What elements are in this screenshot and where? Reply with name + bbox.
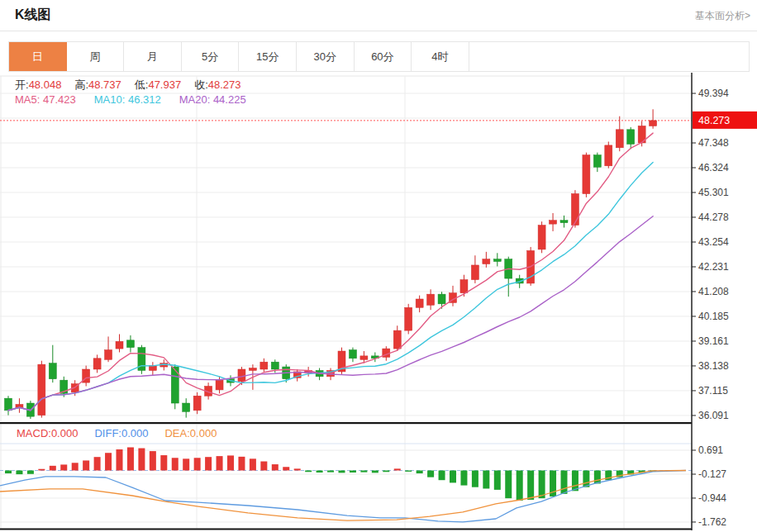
tab-period-1[interactable]: 周	[67, 42, 125, 71]
svg-text:42.231: 42.231	[698, 261, 729, 273]
svg-text:45.301: 45.301	[698, 187, 729, 198]
svg-text:43.254: 43.254	[698, 236, 729, 248]
macd-info-row: MACD:0.000DIFF:0.000DEA:0.000	[17, 427, 233, 439]
svg-text:-0.127: -0.127	[698, 468, 726, 480]
svg-text:46.324: 46.324	[698, 162, 729, 173]
svg-text:41.208: 41.208	[698, 286, 729, 297]
ohlc-row-item: 收:48.273	[194, 78, 240, 91]
ma-row-item: MA20: 44.225	[179, 93, 246, 106]
tab-period-7[interactable]: 4时	[412, 42, 469, 71]
ma-info-row: MA5: 47.423MA10: 46.312MA20: 44.225	[15, 93, 264, 106]
fundamental-analysis-link[interactable]: 基本面分析>	[695, 9, 750, 23]
ma-row-item: MA10: 46.312	[94, 93, 161, 106]
ohlc-row-item: 开:48.048	[15, 78, 61, 91]
tab-period-3[interactable]: 5分	[182, 42, 240, 71]
svg-text:39.161: 39.161	[698, 335, 729, 347]
macd-row-item: DIFF:0.000	[94, 427, 148, 439]
tab-period-0[interactable]: 日	[9, 42, 67, 71]
svg-text:48.273: 48.273	[698, 115, 730, 126]
kline-chart-page: 49.39447.34846.32445.30144.27843.25442.2…	[0, 0, 757, 532]
tab-period-6[interactable]: 60分	[355, 42, 412, 71]
tab-period-5[interactable]: 30分	[297, 42, 355, 71]
svg-text:40.185: 40.185	[698, 311, 729, 322]
ohlc-row-item: 低:47.937	[135, 78, 181, 91]
svg-text:36.091: 36.091	[698, 410, 729, 421]
ma-row-item: MA5: 47.423	[15, 93, 76, 106]
page-title: K线图	[15, 7, 51, 24]
tab-period-4[interactable]: 15分	[239, 42, 297, 71]
svg-text:38.138: 38.138	[698, 360, 729, 372]
ohlc-row-item: 高:48.737	[74, 78, 121, 91]
period-tabbar: 日周月5分15分30分60分4时	[8, 41, 750, 72]
svg-text:49.394: 49.394	[698, 88, 729, 99]
svg-text:0.691: 0.691	[698, 444, 723, 456]
svg-text:-0.944: -0.944	[698, 492, 726, 504]
macd-row-item: MACD:0.000	[17, 427, 78, 439]
tab-period-2[interactable]: 月	[124, 42, 182, 71]
page-header: K线图 基本面分析>	[0, 0, 757, 31]
svg-text:-1.762: -1.762	[698, 516, 726, 528]
svg-text:47.348: 47.348	[698, 137, 729, 149]
tabbar-filler	[469, 42, 749, 71]
macd-row-item: DEA:0.000	[164, 427, 217, 439]
svg-text:37.115: 37.115	[698, 385, 728, 397]
svg-text:44.278: 44.278	[698, 211, 729, 223]
ohlc-info-row: 开:48.048高:48.737低:47.937收:48.273	[15, 78, 255, 93]
